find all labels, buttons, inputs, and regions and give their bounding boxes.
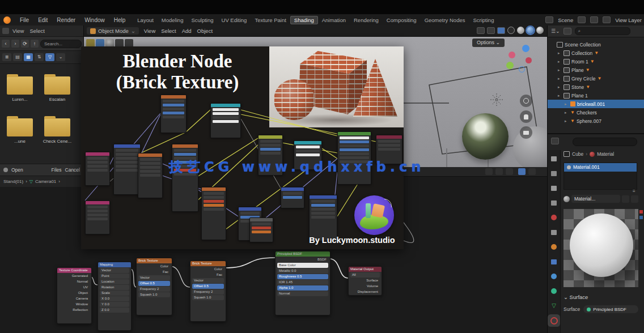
node-socket-row[interactable]: Squash 1.0 bbox=[192, 295, 224, 300]
transform-orientation-icon[interactable] bbox=[477, 27, 485, 34]
material-preview[interactable] bbox=[564, 209, 638, 287]
node-socket-row[interactable]: Window bbox=[59, 302, 90, 307]
navigation-gizmo[interactable] bbox=[505, 44, 537, 75]
node-socket-row[interactable]: UV bbox=[59, 285, 90, 290]
open-button[interactable]: Open bbox=[11, 167, 23, 173]
tab-sculpting[interactable]: Sculpting bbox=[187, 16, 217, 24]
gizmo-z-neg[interactable] bbox=[519, 66, 525, 72]
snap-magnet-icon[interactable] bbox=[487, 27, 495, 34]
filter-options-icon[interactable]: ⌄ bbox=[56, 53, 65, 61]
scene-tab-icon[interactable] bbox=[550, 214, 558, 221]
node-socket-row[interactable]: Rotation bbox=[100, 285, 129, 290]
object-tab-icon[interactable] bbox=[550, 243, 558, 251]
scene-selector[interactable]: Scene bbox=[558, 17, 573, 23]
shading-material-icon[interactable] bbox=[527, 27, 534, 34]
outliner-display-mode-icon[interactable] bbox=[564, 28, 571, 35]
preview-type-red-swatch[interactable] bbox=[639, 210, 643, 214]
node-socket-row[interactable]: Vector bbox=[192, 278, 224, 283]
editor-type-icon[interactable] bbox=[2, 28, 9, 34]
surface-panel-header[interactable]: ⌄ Surface bbox=[564, 294, 588, 300]
node-socket-row[interactable]: Normal bbox=[59, 279, 90, 284]
filter-funnel-icon[interactable]: ▽ bbox=[45, 53, 54, 61]
gizmo-y-axis[interactable] bbox=[506, 62, 514, 69]
viewport-menu-object[interactable]: Object bbox=[197, 28, 213, 34]
pan-hand-button[interactable] bbox=[520, 110, 532, 123]
material-slot-list[interactable]: Material.001 bbox=[564, 163, 637, 190]
material-tab-icon[interactable] bbox=[550, 317, 558, 325]
shader-node-principled-bsdf[interactable]: Principled BSDFBSDFBase ColorMetallic 0.… bbox=[275, 251, 331, 315]
folder-item[interactable]: Escalan bbox=[41, 76, 74, 102]
modifiers-tab-icon[interactable] bbox=[550, 258, 558, 266]
shader-node-mapping[interactable]: MappingVectorPointLocationRotationScaleX… bbox=[98, 262, 132, 331]
menu-edit[interactable]: Edit bbox=[33, 17, 52, 23]
tab-animation[interactable]: Animation bbox=[318, 16, 350, 24]
node-socket-row[interactable]: Alpha 1.0 bbox=[277, 285, 328, 291]
tab-layout[interactable]: Layout bbox=[133, 16, 158, 24]
tab-scripting[interactable]: Scripting bbox=[469, 16, 498, 24]
fb-menu-view[interactable]: View bbox=[12, 28, 24, 34]
node-socket-row[interactable]: Color bbox=[192, 267, 224, 272]
node-socket-row[interactable]: All bbox=[350, 272, 380, 278]
shading-wireframe-icon[interactable] bbox=[507, 27, 515, 34]
unlink-icon[interactable] bbox=[590, 16, 598, 23]
viewport-menu-add[interactable]: Add bbox=[182, 28, 192, 34]
viewport-menu-view[interactable]: View bbox=[144, 28, 155, 34]
node-socket-row[interactable]: BSDF bbox=[277, 257, 328, 262]
node-socket-row[interactable]: Object bbox=[59, 291, 90, 296]
se-slot-icon[interactable] bbox=[518, 168, 526, 175]
slot-specials-icon[interactable]: ≡ bbox=[633, 189, 635, 194]
properties-editor-icon[interactable] bbox=[551, 138, 559, 144]
shader-node-material-output[interactable]: Material OutputAllSurfaceVolumeDisplacem… bbox=[348, 266, 382, 296]
refresh-icon[interactable]: ⟳ bbox=[21, 40, 29, 48]
properties-search-input[interactable] bbox=[573, 138, 637, 146]
node-socket-row[interactable]: X 0.0 bbox=[100, 296, 129, 301]
browse-material-icon[interactable] bbox=[564, 196, 570, 202]
list-view-icon[interactable]: ≣ bbox=[2, 53, 11, 61]
view-layer-tab-icon[interactable] bbox=[550, 199, 558, 207]
node-socket-row[interactable]: Scale bbox=[100, 291, 129, 296]
folder-item[interactable]: Check Cene... bbox=[41, 118, 74, 144]
shader-node-brick-texture[interactable]: Brick TextureColorFacVectorOffset 0.5Fre… bbox=[136, 258, 172, 315]
node-socket-row[interactable]: Reflection bbox=[59, 308, 90, 313]
particles-tab-icon[interactable] bbox=[550, 287, 558, 295]
node-socket-row[interactable]: Normal bbox=[277, 291, 328, 296]
blender-logo-icon[interactable] bbox=[3, 16, 11, 24]
tab-shading[interactable]: Shading bbox=[290, 16, 318, 24]
outliner-row[interactable]: ▸▼Sphere.007▽ bbox=[548, 117, 644, 125]
node-socket-row[interactable]: IOR 1.45 bbox=[277, 280, 328, 285]
tab-uv-editing[interactable]: UV Editing bbox=[218, 16, 251, 24]
menu-help[interactable]: Help bbox=[109, 17, 130, 23]
outliner-row[interactable]: ▸Room 1▼ bbox=[548, 57, 644, 66]
node-socket-row[interactable]: Offset 0.5 bbox=[192, 284, 224, 289]
outliner-search-input[interactable]: ⌕ bbox=[575, 27, 630, 35]
node-socket-row[interactable]: Squash 1.0 bbox=[138, 292, 170, 297]
node-socket-row[interactable]: Vector bbox=[100, 268, 129, 273]
tab-texture-paint[interactable]: Texture Paint bbox=[251, 16, 290, 24]
outliner-row[interactable]: ▸brickwall.001▽ bbox=[548, 100, 644, 108]
zoom-button[interactable] bbox=[520, 95, 532, 107]
shader-node-texture-coordinate[interactable]: Texture CoordinateGeneratedNormalUVObjec… bbox=[57, 267, 92, 324]
node-socket-row[interactable]: Fac bbox=[192, 272, 224, 278]
menu-window[interactable]: Window bbox=[80, 17, 109, 23]
menu-file[interactable]: File bbox=[15, 17, 33, 23]
new-scene-icon[interactable] bbox=[578, 16, 586, 23]
outliner-row[interactable]: ▸Collection▼ bbox=[548, 49, 644, 57]
node-socket-row[interactable]: Location bbox=[100, 279, 129, 284]
proportional-edit-icon[interactable] bbox=[497, 27, 505, 34]
recent-icon[interactable] bbox=[3, 168, 8, 172]
se-arrows-icon[interactable] bbox=[528, 168, 536, 175]
surface-shader-selector[interactable]: Principled BSDF bbox=[583, 305, 638, 313]
env-preview-sphere[interactable] bbox=[462, 113, 509, 160]
node-socket-row[interactable]: Volume bbox=[350, 284, 380, 289]
folder-item[interactable]: Luren... bbox=[3, 76, 36, 102]
node-socket-row[interactable]: Roughness 0.5 bbox=[277, 274, 328, 279]
sort-icon[interactable]: ⇅ bbox=[35, 53, 44, 61]
thumbnail-view-icon[interactable]: ▦ bbox=[24, 53, 33, 61]
material-name-field[interactable]: Material... bbox=[571, 195, 620, 203]
parent-dir-icon[interactable]: ↑ bbox=[31, 40, 39, 48]
node-socket-row[interactable]: Frequency 2 bbox=[138, 287, 170, 292]
node-socket-row[interactable]: Offset 0.5 bbox=[138, 281, 170, 286]
unlink-x-icon[interactable] bbox=[631, 195, 638, 203]
detail-view-icon[interactable]: ▤ bbox=[13, 53, 22, 61]
world-tab-icon[interactable] bbox=[550, 228, 558, 236]
